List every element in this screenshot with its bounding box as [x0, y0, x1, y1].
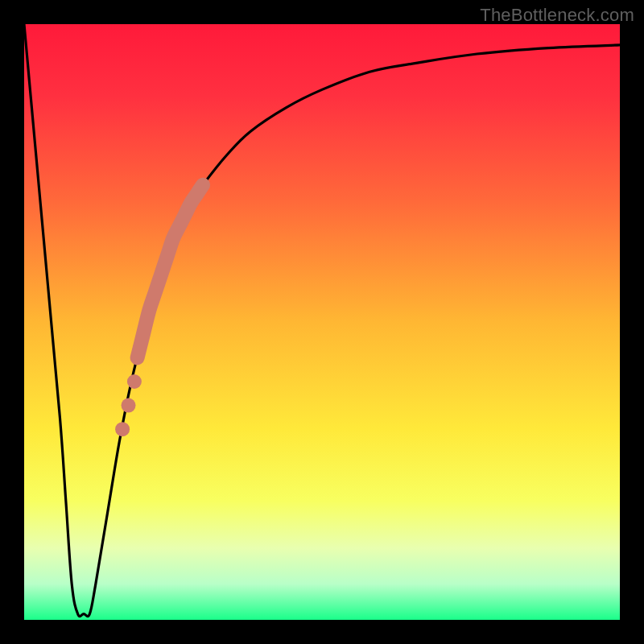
svg-point-2: [127, 374, 142, 389]
watermark-text: TheBottleneck.com: [480, 5, 634, 26]
svg-point-0: [115, 422, 130, 436]
svg-point-1: [122, 398, 136, 413]
chart-svg: [24, 24, 620, 620]
gradient-background: [24, 24, 620, 620]
chart-frame: TheBottleneck.com: [0, 0, 644, 644]
plot-area: [24, 24, 620, 620]
